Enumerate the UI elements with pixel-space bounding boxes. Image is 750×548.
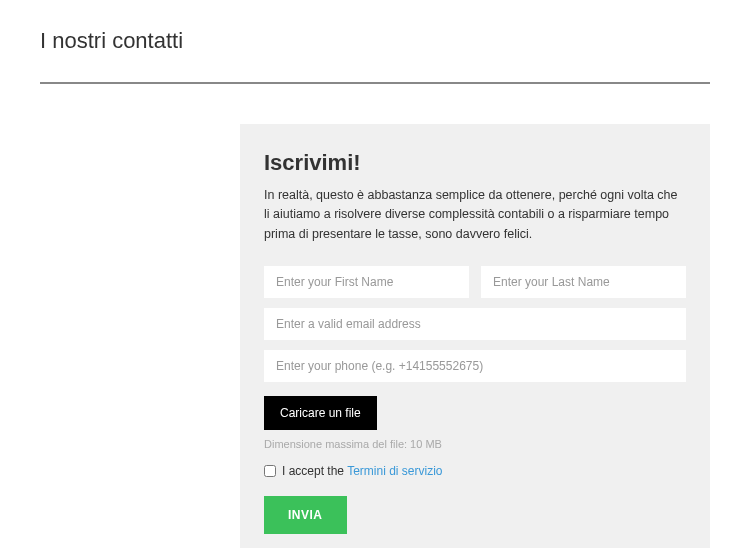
last-name-input[interactable] [481, 266, 686, 298]
email-input[interactable] [264, 308, 686, 340]
phone-input[interactable] [264, 350, 686, 382]
form-heading: Iscrivimi! [264, 150, 686, 176]
consent-prefix: I accept the [282, 464, 347, 478]
first-name-input[interactable] [264, 266, 469, 298]
consent-checkbox[interactable] [264, 465, 276, 477]
file-size-note: Dimensione massima del file: 10 MB [264, 438, 686, 450]
signup-form-card: Iscrivimi! In realtà, questo è abbastanz… [240, 124, 710, 548]
upload-file-button[interactable]: Caricare un file [264, 396, 377, 430]
terms-link[interactable]: Termini di servizio [347, 464, 442, 478]
page-title: I nostri contatti [40, 28, 710, 54]
consent-row: I accept the Termini di servizio [264, 464, 686, 478]
form-description: In realtà, questo è abbastanza semplice … [264, 186, 686, 244]
submit-button[interactable]: INVIA [264, 496, 347, 534]
left-column [40, 124, 240, 548]
divider [40, 82, 710, 84]
consent-text: I accept the Termini di servizio [282, 464, 443, 478]
